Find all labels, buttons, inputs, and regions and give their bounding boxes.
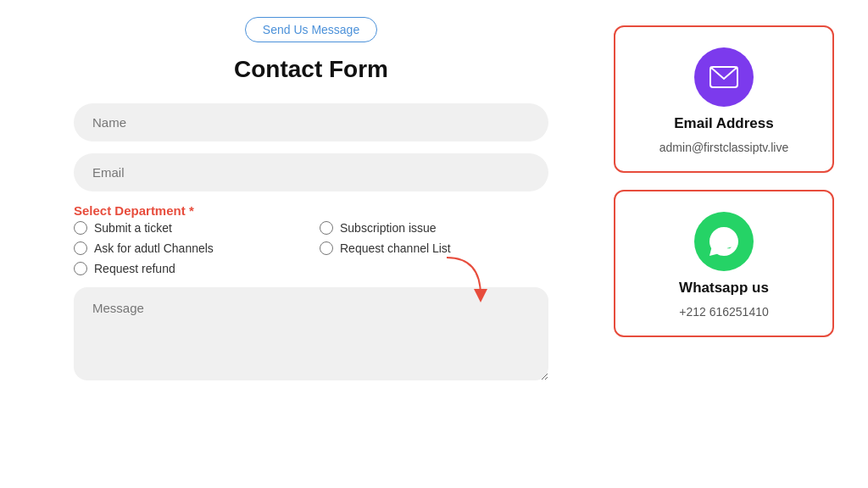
radio-options-grid: Submit a ticket Subscription issue Ask f… xyxy=(74,221,548,275)
radio-option-adult-channels[interactable]: Ask for adutl Channels xyxy=(74,241,303,255)
whatsapp-card-title: Whatsapp us xyxy=(679,280,769,297)
email-icon xyxy=(709,66,738,88)
radio-label-channel-list: Request channel List xyxy=(340,241,451,255)
radio-option-submit-ticket[interactable]: Submit a ticket xyxy=(74,221,303,235)
email-card: Email Address admin@firstclassiptv.live xyxy=(614,25,834,173)
radio-label-subscription-issue: Subscription issue xyxy=(340,221,437,235)
whatsapp-card-value: +212 616251410 xyxy=(679,305,769,319)
email-card-title: Email Address xyxy=(674,115,773,132)
contact-form: Select Department * Submit a ticket Subs… xyxy=(74,103,548,384)
send-message-button[interactable]: Send Us Message xyxy=(245,17,377,42)
contact-info-panel: Email Address admin@firstclassiptv.live … xyxy=(614,17,834,471)
whatsapp-card: Whatsapp us +212 616251410 xyxy=(614,190,834,337)
name-input[interactable] xyxy=(74,103,548,141)
department-label: Select Department * xyxy=(74,203,548,218)
radio-label-adult-channels: Ask for adutl Channels xyxy=(94,241,214,255)
contact-form-title: Contact Form xyxy=(234,56,388,83)
email-icon-circle xyxy=(694,47,754,107)
radio-label-submit-ticket: Submit a ticket xyxy=(94,221,172,235)
email-card-value: admin@firstclassiptv.live xyxy=(659,141,788,154)
email-input[interactable] xyxy=(74,153,548,191)
message-textarea[interactable] xyxy=(74,287,548,380)
radio-option-subscription-issue[interactable]: Subscription issue xyxy=(320,221,548,235)
radio-option-refund[interactable]: Request refund xyxy=(74,262,303,275)
whatsapp-icon xyxy=(708,225,740,258)
department-section: Select Department * Submit a ticket Subs… xyxy=(74,203,548,275)
radio-option-channel-list[interactable]: Request channel List xyxy=(320,241,548,255)
arrow-container xyxy=(74,287,548,384)
whatsapp-icon-circle xyxy=(694,212,754,271)
required-star: * xyxy=(189,203,194,218)
radio-label-refund: Request refund xyxy=(94,262,175,275)
